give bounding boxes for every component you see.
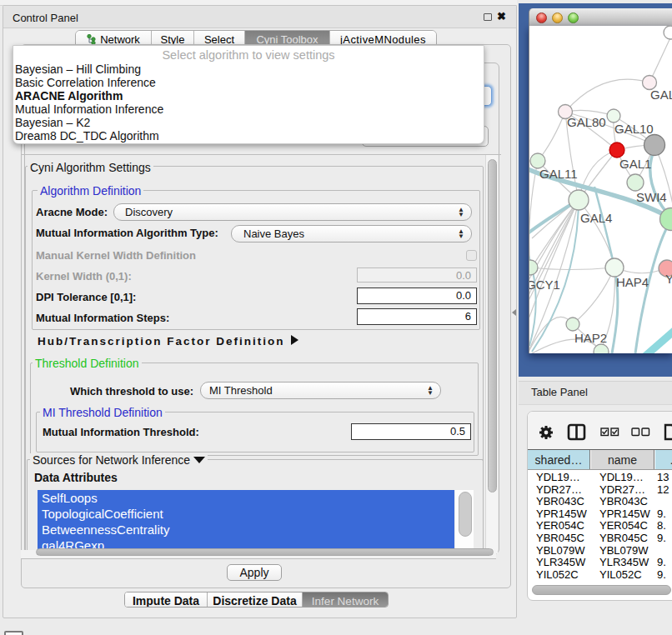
svg-text:GAL80: GAL80	[567, 115, 606, 129]
svg-text:HAP2: HAP2	[574, 331, 607, 345]
svg-text:GAL1: GAL1	[619, 157, 651, 171]
svg-text:SWI4: SWI4	[636, 190, 667, 204]
svg-text:Y: Y	[665, 272, 672, 286]
svg-text:GAL11: GAL11	[539, 167, 578, 181]
svg-text:GCY1: GCY1	[529, 278, 560, 292]
svg-text:GAL4: GAL4	[580, 211, 612, 225]
svg-text:HAP4: HAP4	[616, 275, 649, 289]
svg-text:GAL10: GAL10	[614, 122, 654, 136]
svg-text:GAL7: GAL7	[650, 88, 672, 102]
